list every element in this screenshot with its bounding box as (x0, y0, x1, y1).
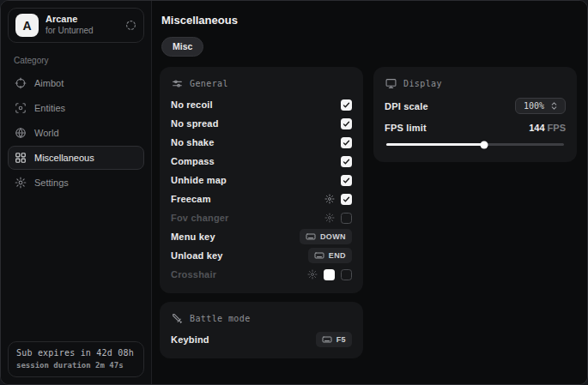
row-fov-changer: Fov changer (171, 208, 352, 227)
app-window: A Arcane for Unturned Category (0, 0, 588, 385)
battle-keybind-value: F5 (336, 335, 346, 344)
battle-mode-panel: Battle mode Keybind F5 (160, 302, 363, 358)
row-label: Unload key (171, 250, 223, 261)
globe-icon (15, 127, 27, 139)
chevrons-up-down-icon (549, 101, 559, 111)
row-label: Compass (171, 156, 215, 166)
row-unload-key: Unload key END (171, 246, 352, 265)
main-content: Miscellaneous Misc General (152, 1, 588, 384)
sidebar-item-entities[interactable]: Entities (8, 96, 144, 120)
compass-checkbox[interactable] (341, 156, 352, 167)
gear-icon (15, 177, 27, 189)
freecam-checkbox[interactable] (341, 194, 352, 205)
sidebar: A Arcane for Unturned Category (1, 1, 152, 384)
display-panel-title: Display (403, 79, 442, 88)
sidebar-item-label: World (34, 128, 59, 138)
row-freecam: Freecam (171, 189, 352, 208)
sidebar-item-label: Miscellaneous (34, 153, 94, 163)
subscription-card: Sub expires in 42d 08h session duration … (8, 341, 144, 377)
row-label: Menu key (171, 232, 215, 242)
row-label: Unhide map (171, 175, 227, 185)
battle-mode-panel-header: Battle mode (172, 313, 352, 324)
row-crosshair: Crosshair (171, 265, 352, 284)
user-card: A Arcane for Unturned (8, 8, 144, 43)
dpi-scale-value: 100% (524, 101, 544, 111)
row-label: Fov changer (171, 213, 229, 223)
row-label: No spread (171, 118, 219, 129)
display-panel: Display DPI scale 100% (373, 67, 577, 162)
swords-icon (172, 313, 183, 324)
no-spread-checkbox[interactable] (341, 118, 352, 129)
row-label: FPS limit (385, 123, 427, 133)
sidebar-item-settings[interactable]: Settings (8, 171, 144, 195)
row-label: Freecam (171, 194, 211, 204)
sidebar-item-world[interactable]: World (8, 121, 144, 145)
sidebar-item-miscellaneous[interactable]: Miscellaneous (8, 146, 144, 170)
sidebar-item-label: Entities (34, 103, 65, 113)
fps-slider-thumb[interactable] (480, 141, 488, 148)
crosshair-color-swatch[interactable] (324, 269, 335, 280)
freecam-settings-gear-icon[interactable] (324, 194, 335, 204)
no-shake-checkbox[interactable] (341, 137, 352, 148)
scan-icon (15, 102, 27, 114)
fps-limit-unit: FPS (548, 123, 566, 133)
fps-slider-fill (386, 143, 484, 146)
row-no-spread: No spread (171, 114, 352, 133)
sidebar-item-label: Settings (34, 177, 69, 188)
unload-key-value: END (329, 251, 346, 260)
fps-limit-slider[interactable] (386, 143, 564, 146)
row-label: No recoil (171, 99, 213, 110)
row-dpi-scale: DPI scale 100% (385, 98, 566, 114)
row-label: Crosshair (171, 269, 216, 280)
monitor-icon (385, 78, 397, 89)
fov-changer-checkbox[interactable] (341, 213, 352, 224)
row-unhide-map: Unhide map (171, 171, 352, 189)
row-keybind: Keybind F5 (171, 330, 352, 349)
fps-limit-value: 144 FPS (529, 123, 566, 133)
app-title: Arcane (45, 14, 94, 26)
fov-changer-settings-gear-icon[interactable] (324, 213, 335, 223)
avatar: A (15, 14, 39, 37)
crosshair-settings-gear-icon[interactable] (307, 269, 318, 280)
row-label: No shake (171, 137, 215, 147)
page-title: Miscellaneous (161, 14, 577, 27)
row-fps-limit: FPS limit 144 FPS (385, 123, 566, 133)
keyboard-icon (306, 232, 316, 242)
general-panel-title: General (190, 79, 228, 88)
tab-misc[interactable]: Misc (161, 37, 203, 57)
row-no-recoil: No recoil (171, 95, 352, 114)
sidebar-item-aimbot[interactable]: Aimbot (8, 71, 144, 95)
sidebar-nav: Aimbot Entities (8, 71, 144, 196)
keyboard-icon (314, 250, 324, 261)
app-subtitle: for Unturned (45, 26, 94, 37)
crosshair-checkbox[interactable] (341, 269, 352, 280)
menu-key-keybind-button[interactable]: DOWN (300, 229, 352, 244)
row-compass: Compass (171, 152, 352, 171)
session-duration-text: session duration 2m 47s (16, 361, 136, 370)
battle-mode-panel-title: Battle mode (190, 314, 251, 323)
keyboard-icon (322, 334, 332, 345)
user-meta: Arcane for Unturned (45, 14, 94, 36)
unhide-map-checkbox[interactable] (341, 175, 352, 186)
general-panel: General No recoil No spread (160, 67, 363, 293)
row-menu-key: Menu key DOWN (171, 227, 352, 246)
tab-row: Misc (161, 37, 577, 57)
row-label: Keybind (171, 334, 209, 345)
sub-expiry-text: Sub expires in 42d 08h (16, 348, 136, 358)
row-no-shake: No shake (171, 133, 352, 152)
menu-key-value: DOWN (320, 232, 346, 241)
dpi-scale-select[interactable]: 100% (515, 98, 566, 114)
category-label: Category (14, 56, 144, 65)
grid-icon (15, 152, 27, 164)
sync-icon[interactable] (125, 20, 136, 31)
unload-key-keybind-button[interactable]: END (308, 248, 352, 263)
general-panel-header: General (172, 78, 352, 89)
no-recoil-checkbox[interactable] (341, 99, 352, 111)
crosshair-icon (15, 77, 27, 89)
row-label: DPI scale (385, 101, 428, 111)
battle-keybind-button[interactable]: F5 (316, 332, 352, 347)
display-panel-header: Display (385, 78, 566, 89)
sidebar-item-label: Aimbot (34, 78, 64, 88)
sliders-icon (172, 78, 183, 89)
